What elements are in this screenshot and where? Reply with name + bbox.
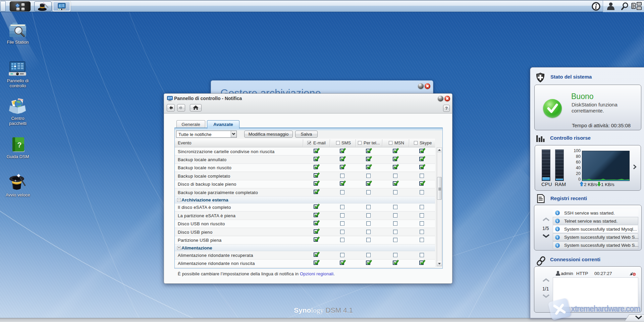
svg-text:?: ? — [17, 141, 21, 149]
